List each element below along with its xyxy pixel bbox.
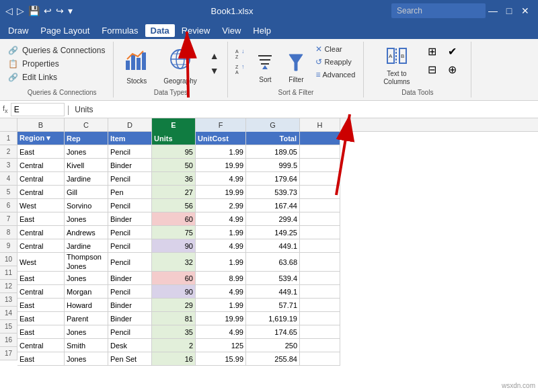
cell-rep-5[interactable]: Sorvino [65,199,108,212]
col-header-G[interactable]: G [246,118,300,132]
menu-item-help[interactable]: Help [247,24,276,37]
cell-item-7[interactable]: Pencil [108,226,152,239]
cell-unitcost-10[interactable]: 8.99 [196,272,246,285]
cell-total-11[interactable]: 449.1 [246,285,300,299]
sort-za-button[interactable]: Z A ↑ [233,62,248,77]
cell-region-10[interactable]: East [17,272,65,285]
undo-icon[interactable]: ↩ [44,5,52,16]
cell-units-16[interactable]: 16 [152,352,196,366]
cell-total-10[interactable]: 539.4 [246,272,300,285]
cell-rep-3[interactable]: Jardine [65,172,108,186]
clear-button[interactable]: ✕ Clear [313,43,358,55]
cell-region-11[interactable]: Central [17,285,65,299]
expand-data-types-btn[interactable]: ▲ [207,49,222,63]
text-to-columns-button[interactable]: A B Text to Columns [373,44,420,87]
cell-region-6[interactable]: East [17,212,65,226]
cell-region-16[interactable]: East [17,352,65,366]
cell-region-12[interactable]: East [17,299,65,312]
cell-item-3[interactable]: Pencil [108,172,152,186]
col-header-B[interactable]: B [17,118,65,132]
cell-item-15[interactable]: Desk [108,339,152,352]
cell-item-13[interactable]: Binder [108,312,152,325]
cell-unitcost-9[interactable]: 1.99 [196,253,246,272]
consolidate-button[interactable]: ⊟ [422,61,441,78]
col-header-H[interactable]: H [300,118,340,132]
cell-total-13[interactable]: 1,619.19 [246,312,300,325]
cell-item-16[interactable]: Pen Set [108,352,152,366]
cell-region-header[interactable]: Region ▾ [17,132,65,145]
filter-button[interactable]: Filter [282,50,310,84]
cell-units-3[interactable]: 36 [152,172,196,186]
cell-total-5[interactable]: 167.44 [246,199,300,212]
cell-item-2[interactable]: Binder [108,159,152,172]
cell-item-4[interactable]: Pen [108,186,152,199]
menu-item-formulas[interactable]: Formulas [96,24,143,37]
minimize-button[interactable]: — [486,3,500,18]
cell-units-header[interactable]: Units [152,132,196,145]
cell-total-7[interactable]: 149.25 [246,226,300,239]
cell-item-11[interactable]: Pencil [108,285,152,299]
sort-az-button[interactable]: A Z ↓ [233,46,248,62]
cell-region-15[interactable]: Central [17,339,65,352]
cell-unitcost-11[interactable]: 4.99 [196,285,246,299]
menu-item-draw[interactable]: Draw [3,24,34,37]
sort-button[interactable]: Sort [251,50,279,84]
cell-units-14[interactable]: 35 [152,325,196,339]
cell-unitcost-14[interactable]: 4.99 [196,325,246,339]
cell-region-1[interactable]: East [17,145,65,159]
cell-rep-11[interactable]: Morgan [65,285,108,299]
col-header-C[interactable]: C [65,118,108,132]
cell-region-5[interactable]: West [17,199,65,212]
cell-total-2[interactable]: 999.5 [246,159,300,172]
redo-icon[interactable]: ↪ [56,5,64,16]
cell-rep-6[interactable]: Jones [65,212,108,226]
cell-unitcost-5[interactable]: 2.99 [196,199,246,212]
menu-item-data[interactable]: Data [145,24,175,37]
cell-region-13[interactable]: East [17,312,65,325]
cell-region-3[interactable]: Central [17,172,65,186]
stocks-button[interactable]: Stocks [120,45,153,87]
cell-total-1[interactable]: 189.05 [246,145,300,159]
cell-unitcost-16[interactable]: 15.99 [196,352,246,366]
cell-units-12[interactable]: 29 [152,299,196,312]
cell-rep-9[interactable]: Thompson Jones [65,253,108,272]
properties-btn[interactable]: 📋 Properties [5,58,108,70]
cell-region-2[interactable]: Central [17,159,65,172]
search-input[interactable] [391,3,486,18]
reapply-button[interactable]: ↺ Reapply [313,56,358,68]
cell-unitcost-13[interactable]: 19.99 [196,312,246,325]
cell-rep-14[interactable]: Jones [65,325,108,339]
customize-icon[interactable]: ▾ [68,5,73,16]
cell-rep-13[interactable]: Parent [65,312,108,325]
cell-item-5[interactable]: Pencil [108,199,152,212]
cell-item-header[interactable]: Item [108,132,152,145]
advanced-button[interactable]: ≡ Advanced [313,69,358,81]
cell-unitcost-4[interactable]: 19.99 [196,186,246,199]
cell-unitcost-6[interactable]: 4.99 [196,212,246,226]
geography-button[interactable]: Geography [159,45,201,87]
col-header-F[interactable]: F [196,118,246,132]
cell-unitcost-header[interactable]: UnitCost [196,132,246,145]
cell-total-4[interactable]: 539.73 [246,186,300,199]
cell-item-9[interactable]: Pencil [108,253,152,272]
cell-units-6[interactable]: 60 [152,212,196,226]
cell-units-4[interactable]: 27 [152,186,196,199]
cell-units-8[interactable]: 90 [152,239,196,253]
cell-unitcost-15[interactable]: 125 [196,339,246,352]
data-validation-button[interactable]: ✔ [443,43,461,60]
cell-rep-15[interactable]: Smith [65,339,108,352]
cell-rep-16[interactable]: Jones [65,352,108,366]
cell-total-12[interactable]: 57.71 [246,299,300,312]
relationships-button[interactable]: ⊕ [443,61,461,78]
cell-region-4[interactable]: Central [17,186,65,199]
cell-unitcost-8[interactable]: 4.99 [196,239,246,253]
cell-item-6[interactable]: Binder [108,212,152,226]
close-button[interactable]: ✕ [518,3,533,18]
cell-region-8[interactable]: Central [17,239,65,253]
cell-total-8[interactable]: 449.1 [246,239,300,253]
forward-icon[interactable]: ▷ [17,5,24,16]
cell-units-13[interactable]: 81 [152,312,196,325]
cell-rep-10[interactable]: Jones [65,272,108,285]
col-header-D[interactable]: D [108,118,152,132]
cell-rep-header[interactable]: Rep [65,132,108,145]
